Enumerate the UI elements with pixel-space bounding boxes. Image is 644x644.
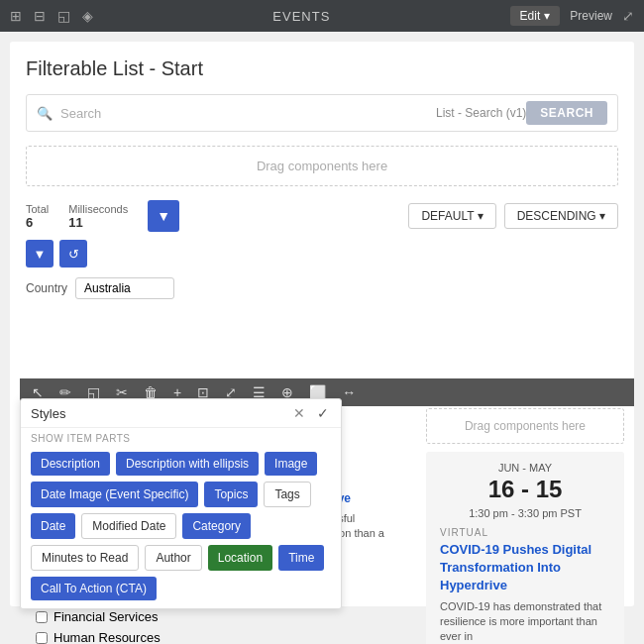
- event-title[interactable]: COVID-19 Pushes Digital Transformation I…: [440, 541, 610, 595]
- top-bar: ⊞ ⊟ ◱ ◈ EVENTS Edit ▾ Preview ⤢: [0, 0, 644, 32]
- tag-image[interactable]: Image: [265, 452, 317, 476]
- search-bar: 🔍 Search List - Search (v1) SEARCH: [26, 94, 618, 132]
- filter-item: Human Resources: [36, 627, 161, 644]
- total-label: Total: [26, 203, 49, 215]
- search-icon: 🔍: [37, 106, 53, 121]
- filter-item-label: Financial Services: [54, 609, 159, 624]
- tag-topics[interactable]: Topics: [204, 482, 258, 507]
- tag-date-image-event-specific[interactable]: Date Image (Event Specific): [31, 482, 198, 507]
- event-date-range: JUN - MAY: [440, 462, 610, 474]
- panel-header-buttons: ✕ ✓: [291, 405, 331, 421]
- total-value: 6: [26, 215, 49, 230]
- total-stat: Total 6: [26, 203, 49, 230]
- tag-grid: DescriptionDescription with ellipsisImag…: [21, 447, 341, 608]
- show-item-parts-label: SHOW ITEM PARTS: [21, 428, 341, 447]
- icons-row: ▼ ↺: [26, 240, 618, 268]
- tag-minutes-to-read[interactable]: Minutes to Read: [31, 545, 139, 571]
- styles-panel-title: Styles: [31, 406, 65, 421]
- ms-stat: Milliseconds 11: [68, 203, 128, 230]
- event-day-range: 16 - 15: [440, 476, 610, 503]
- panel-confirm-button[interactable]: ✓: [315, 405, 331, 421]
- top-bar-left-icons: ⊞ ⊟ ◱ ◈: [10, 8, 93, 24]
- tag-category[interactable]: Category: [182, 513, 251, 539]
- event-desc: COVID-19 has demonstrated that resilienc…: [440, 599, 610, 644]
- frame-icon[interactable]: ◱: [57, 8, 70, 24]
- filter-item-label: Human Resources: [54, 630, 161, 644]
- tag-date[interactable]: Date: [31, 513, 75, 539]
- ms-value: 11: [68, 215, 128, 230]
- event-card: JUN - MAY 16 - 15 1:30 pm - 3:30 pm PST …: [426, 452, 624, 644]
- page-title: Filterable List - Start: [26, 57, 618, 80]
- search-center-label: List - Search (v1): [436, 106, 526, 120]
- top-bar-center-label: EVENTS: [272, 9, 330, 24]
- filter-checkbox[interactable]: [36, 632, 48, 644]
- search-placeholder[interactable]: Search: [60, 106, 436, 121]
- filter-icon-button[interactable]: ▼: [148, 200, 179, 232]
- ms-label: Milliseconds: [68, 203, 128, 215]
- share-icon[interactable]: ⤢: [622, 8, 634, 24]
- filter-checkboxes: Financial ServicesHuman Resources: [36, 606, 161, 644]
- tag-time[interactable]: Time: [278, 545, 324, 571]
- event-type: VIRTUAL: [440, 527, 610, 538]
- top-bar-right: Edit ▾ Preview ⤢: [510, 6, 634, 26]
- styles-panel-header: Styles ✕ ✓: [21, 399, 341, 428]
- panel-close-button[interactable]: ✕: [291, 405, 307, 421]
- drag-zone-1: Drag components here: [26, 146, 618, 186]
- default-sort-button[interactable]: DEFAULT ▾: [408, 203, 495, 229]
- preview-button[interactable]: Preview: [570, 9, 612, 23]
- country-label: Country: [26, 281, 67, 295]
- filter-checkbox[interactable]: [36, 611, 48, 623]
- styles-panel: Styles ✕ ✓ SHOW ITEM PARTS DescriptionDe…: [20, 398, 342, 609]
- chevron-down-icon: ▾: [544, 9, 550, 23]
- tag-call-to-action-cta[interactable]: Call To Action (CTA): [31, 577, 157, 600]
- sort-controls: DEFAULT ▾ DESCENDING ▾: [408, 203, 618, 229]
- stats-row: Total 6 Milliseconds 11 ▼ DEFAULT ▾ DESC…: [26, 200, 618, 232]
- tag-tags[interactable]: Tags: [264, 482, 310, 507]
- layout-icon[interactable]: ⊟: [34, 8, 46, 24]
- right-event-area: Drag components here JUN - MAY 16 - 15 1…: [426, 408, 624, 644]
- grid-icon[interactable]: ⊞: [10, 8, 22, 24]
- search-button[interactable]: SEARCH: [526, 101, 607, 125]
- layers-icon[interactable]: ◈: [82, 8, 93, 24]
- filter-active-button[interactable]: ▼: [26, 240, 54, 268]
- tag-location[interactable]: Location: [208, 545, 272, 571]
- descending-sort-button[interactable]: DESCENDING ▾: [504, 203, 618, 229]
- drag-zone-2: Drag components here: [426, 408, 624, 444]
- funnel-icon: ▼: [157, 208, 170, 224]
- tag-modified-date[interactable]: Modified Date: [81, 513, 176, 539]
- main-area: Filterable List - Start 🔍 Search List - …: [10, 42, 634, 606]
- edit-button[interactable]: Edit ▾: [510, 6, 561, 26]
- country-input[interactable]: [75, 277, 174, 299]
- reset-button[interactable]: ↺: [59, 240, 87, 268]
- event-time: 1:30 pm - 3:30 pm PST: [440, 507, 610, 519]
- tag-description[interactable]: Description: [31, 452, 110, 476]
- tag-author[interactable]: Author: [145, 545, 201, 571]
- country-row: Country: [26, 277, 618, 299]
- filter-item: Financial Services: [36, 606, 161, 627]
- tag-description-with-ellipsis[interactable]: Description with ellipsis: [116, 452, 259, 476]
